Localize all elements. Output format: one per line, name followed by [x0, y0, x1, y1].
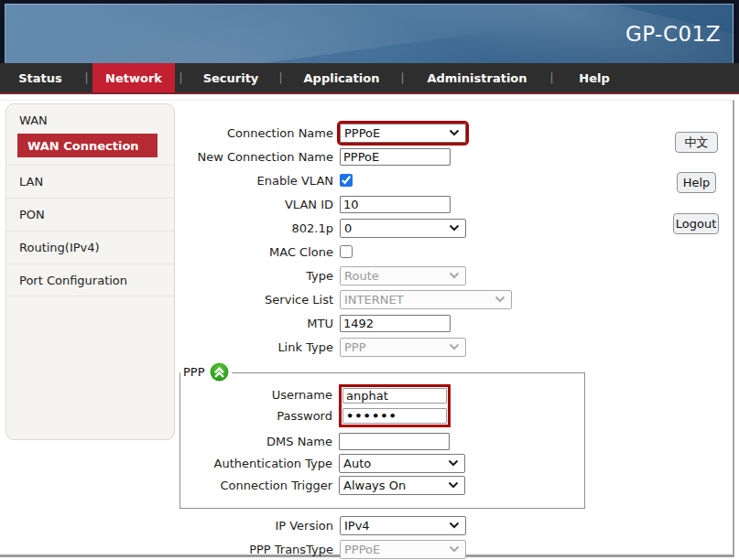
password-input[interactable] [342, 408, 447, 424]
vlan-id-label: VLAN ID [180, 198, 340, 211]
nav-tab-network[interactable]: Network [92, 63, 175, 92]
enable-vlan-checkbox[interactable] [340, 174, 353, 187]
enable-vlan-label: Enable VLAN [180, 174, 340, 188]
form-row: Enable VLAN [180, 168, 512, 192]
username-label: Username [180, 384, 339, 405]
form-row: Authentication Type Auto [180, 452, 584, 474]
help-button[interactable]: Help [677, 172, 716, 193]
nav-tab-administration[interactable]: Administration [408, 63, 546, 92]
mac-clone-label: MAC Clone [180, 245, 340, 259]
nav-tab-status[interactable]: Status [0, 63, 81, 92]
chevron-down-icon [448, 481, 459, 489]
chevron-down-icon [449, 129, 460, 136]
authentication-type-label: Authentication Type [180, 457, 339, 470]
sidebar-list: LAN PON Routing(IPv4) Port Configuration [6, 165, 174, 296]
form-row: Service List INTERNET [180, 287, 512, 311]
chevron-down-icon [494, 296, 505, 303]
mtu-label: MTU [180, 317, 340, 330]
new-connection-name-label: New Connection Name [180, 150, 340, 164]
form-row: Link Type PPP [180, 335, 512, 359]
service-list-value: INTERNET [344, 293, 404, 307]
8021p-select[interactable]: 0 [340, 219, 466, 238]
form-row: MAC Clone [180, 240, 512, 264]
vlan-id-input[interactable] [340, 196, 451, 213]
form-row: VLAN ID [180, 192, 512, 216]
chevron-down-icon [449, 343, 460, 350]
header-banner: GP-C01Z [0, 0, 739, 63]
password-label: Password [180, 405, 339, 426]
credentials-red-border [339, 384, 451, 427]
chevron-down-icon [449, 224, 460, 232]
form-row: Type Route [180, 264, 512, 287]
type-label: Type [180, 269, 340, 283]
sidebar-item-routing-ipv4[interactable]: Routing(IPv4) [6, 231, 174, 264]
connection-name-label: Connection Name [180, 126, 340, 140]
service-list-select: INTERNET [340, 290, 512, 309]
main-nav: Status | Network | Security | Applicatio… [0, 63, 739, 94]
ppp-transtype-label: PPP TransType [180, 543, 340, 556]
dms-name-input[interactable] [339, 433, 450, 450]
form-row: MTU [180, 311, 512, 335]
credentials-highlight-group: Username Password [180, 384, 584, 427]
nav-separator: | [275, 63, 287, 92]
form-row: New Connection Name [180, 145, 512, 168]
nav-tab-application[interactable]: Application [287, 63, 397, 92]
form-row: Connection Trigger Always On [180, 474, 584, 496]
authentication-type-value: Auto [343, 457, 371, 470]
ip-version-label: IP Version [180, 519, 340, 533]
connection-trigger-value: Always On [343, 479, 406, 492]
ppp-transtype-select: PPPoE [340, 540, 466, 559]
nav-tab-security[interactable]: Security [187, 63, 275, 92]
connection-trigger-select[interactable]: Always On [339, 476, 465, 495]
sidebar: WAN WAN Connection LAN PON Routing(IPv4)… [5, 103, 175, 440]
form-row: Connection Name PPPoE [180, 121, 512, 145]
link-type-label: Link Type [180, 340, 340, 354]
nav-separator: | [546, 63, 558, 92]
dms-name-label: DMS Name [180, 435, 339, 448]
ppp-transtype-value: PPPoE [344, 543, 380, 556]
nav-separator: | [175, 63, 187, 92]
type-value: Route [344, 269, 379, 283]
wan-connection-form: Connection Name PPPoE New Connection Nam… [180, 121, 512, 359]
mac-clone-checkbox[interactable] [340, 245, 353, 258]
8021p-label: 802.1p [180, 221, 340, 235]
wan-connection-form-bottom: IP Version IPv4 PPP TransType PPPoE [180, 513, 466, 560]
service-list-label: Service List [180, 293, 340, 307]
8021p-value: 0 [344, 221, 352, 235]
type-select: Route [340, 266, 466, 285]
connection-name-select[interactable]: PPPoE [340, 124, 466, 143]
link-type-select: PPP [340, 338, 466, 357]
ppp-section-legend: PPP [180, 362, 232, 382]
nav-tab-help[interactable]: Help [558, 63, 631, 92]
chevron-down-icon [448, 459, 459, 467]
username-input[interactable] [342, 388, 447, 404]
new-connection-name-input[interactable] [340, 148, 451, 166]
connection-name-value: PPPoE [344, 126, 380, 140]
nav-separator: | [397, 63, 408, 92]
logout-button[interactable]: Logout [673, 213, 719, 234]
ip-version-select[interactable]: IPv4 [340, 516, 466, 535]
sidebar-item-pon[interactable]: PON [6, 198, 174, 231]
device-title: GP-C01Z [625, 22, 721, 46]
form-row: IP Version IPv4 [180, 513, 466, 537]
connection-trigger-label: Connection Trigger [180, 479, 339, 492]
ip-version-value: IPv4 [344, 519, 370, 533]
link-type-value: PPP [344, 340, 366, 354]
ppp-section: Username Password DMS Name Authenticatio… [179, 372, 585, 509]
form-row: 802.1p 0 [180, 216, 512, 240]
chevron-down-icon [449, 272, 460, 279]
header-banner-gradient [5, 4, 734, 63]
form-row: DMS Name [180, 430, 584, 452]
sidebar-item-lan[interactable]: LAN [6, 165, 174, 198]
sidebar-item-port-configuration[interactable]: Port Configuration [6, 264, 174, 296]
sidebar-group-wan[interactable]: WAN [19, 113, 48, 127]
collapse-section-icon[interactable] [210, 362, 229, 382]
chevron-down-icon [449, 522, 460, 529]
mtu-input[interactable] [340, 315, 451, 332]
nav-separator: | [81, 63, 92, 92]
authentication-type-select[interactable]: Auto [339, 454, 465, 473]
ppp-legend-text: PPP [183, 365, 205, 379]
language-button[interactable]: 中文 [675, 132, 718, 153]
chevron-down-icon [449, 545, 460, 553]
sidebar-item-wan-connection[interactable]: WAN Connection [17, 134, 158, 157]
